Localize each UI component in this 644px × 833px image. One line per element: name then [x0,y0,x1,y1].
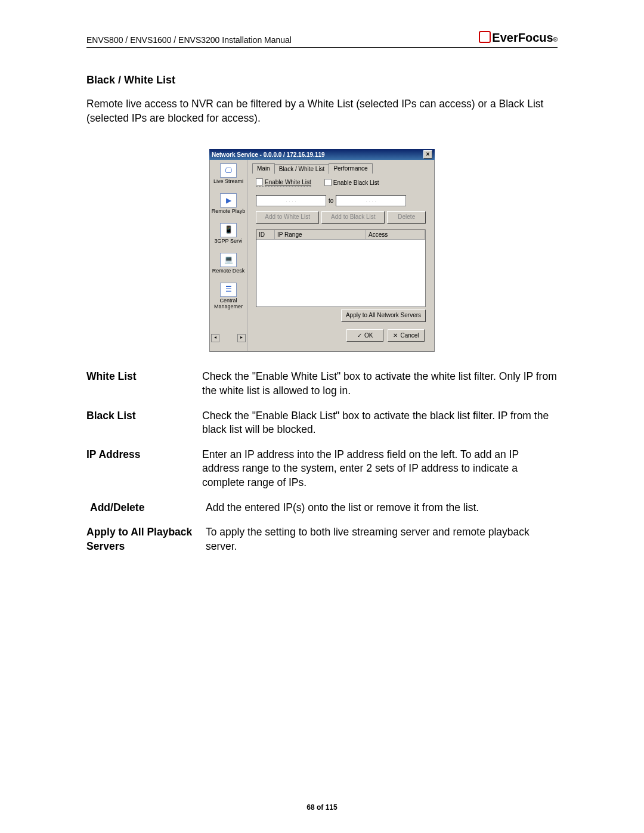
network-service-dialog: Network Service - 0.0.0.0 / 172.16.19.11… [209,149,435,352]
sidebar-item-label: Central Managemer [211,298,246,310]
definition-row: Add/Delete Add the entered IP(s) onto th… [86,501,558,515]
sidebar-item-remote-playback[interactable]: ▶ Remote Playb [211,193,246,215]
ip-list-table[interactable]: ID IP Range Access [256,230,426,307]
section-intro: Remote live access to NVR can be filtere… [86,97,558,125]
checkbox-icon [256,178,263,185]
sidebar-item-live-streaming[interactable]: 🖵 Live Streami [211,163,246,185]
scroll-right-icon[interactable]: ▸ [237,334,246,342]
ip-range-row: . . . . to . . . . [256,195,426,206]
brand-text: EverFocus [492,31,553,45]
enable-row: Enable White List Enable Black List [256,178,426,187]
definition-row: Black List Check the "Enable Black List"… [86,409,558,437]
cancel-button[interactable]: ✕ Cancel [388,329,425,342]
sidebar-item-3gpp[interactable]: 📱 3GPP Servi [211,223,246,244]
definitions-list: White List Check the "Enable White List"… [86,370,558,553]
add-delete-row: Add to White List Add to Black List Dele… [256,211,426,224]
remote-desktop-icon: 💻 [220,253,237,267]
to-label: to [329,197,333,204]
doc-title: ENVS800 / ENVS1600 / ENVS3200 Installati… [86,35,292,45]
definition-black-list: Check the "Enable Black List" box to act… [202,409,558,437]
sidebar-item-label: 3GPP Servi [211,239,246,244]
delete-button[interactable]: Delete [387,211,426,224]
sidebar-item-remote-desktop[interactable]: 💻 Remote Desk [211,253,246,274]
remote-playback-icon: ▶ [220,193,237,208]
sidebar-item-label: Live Streami [211,179,246,185]
term-black-list: Black List [86,409,202,437]
definition-row: Apply to All Playback Servers To apply t… [86,525,558,553]
live-streaming-icon: 🖵 [220,163,237,178]
brand-registered: ® [553,36,558,43]
col-access: Access [366,230,425,239]
enable-black-list-label: Enable Black List [333,179,379,186]
col-ip-range: IP Range [275,230,366,239]
enable-black-list-checkbox[interactable]: Enable Black List [324,178,379,187]
table-header: ID IP Range Access [256,230,425,240]
apply-all-button[interactable]: Apply to All Network Servers [341,309,426,322]
definition-add-delete: Add the entered IP(s) onto the list or r… [206,501,558,515]
central-management-icon: ☰ [220,283,237,297]
term-add-delete: Add/Delete [86,501,206,515]
x-icon: ✕ [393,330,398,340]
term-apply-all: Apply to All Playback Servers [86,525,206,553]
tab-panel-bwlist: Enable White List Enable Black List . . … [252,174,429,326]
close-icon[interactable]: × [423,150,432,159]
sidebar-item-central-management[interactable]: ☰ Central Managemer [211,283,246,310]
manual-page: ENVS800 / ENVS1600 / ENVS3200 Installati… [0,0,644,833]
checkbox-icon [324,179,332,186]
tab-strip: Main Black / White List Performance [252,163,429,174]
dialog-title: Network Service - 0.0.0.0 / 172.16.19.11… [212,151,325,158]
dialog-action-row: ✓ OK ✕ Cancel [252,326,429,346]
dialog-sidebar: 🖵 Live Streami ▶ Remote Playb 📱 3GPP Ser… [210,160,247,351]
tab-performance[interactable]: Performance [329,163,372,174]
dialog-body: 🖵 Live Streami ▶ Remote Playb 📱 3GPP Ser… [209,160,435,352]
add-to-white-list-button[interactable]: Add to White List [256,211,319,224]
dialog-right-pane: Main Black / White List Performance Enab… [247,160,434,351]
definition-white-list: Check the "Enable White List" box to act… [202,370,558,398]
term-white-list: White List [86,370,202,398]
3gpp-icon: 📱 [220,223,237,237]
enable-white-list-label: Enable White List [265,179,311,185]
definition-apply-all: To apply the setting to both live stream… [206,525,558,553]
dialog-titlebar[interactable]: Network Service - 0.0.0.0 / 172.16.19.11… [209,149,435,160]
page-header: ENVS800 / ENVS1600 / ENVS3200 Installati… [86,30,558,48]
col-id: ID [256,230,275,239]
tab-black-white-list[interactable]: Black / White List [274,164,330,174]
page-footer: 68 of 115 [0,803,644,812]
ok-button[interactable]: ✓ OK [346,329,383,342]
apply-row: Apply to All Network Servers [256,309,426,322]
sidebar-item-label: Remote Desk [211,268,246,274]
tab-main[interactable]: Main [252,163,275,174]
definition-row: IP Address Enter an IP address into the … [86,448,558,490]
add-to-black-list-button[interactable]: Add to Black List [321,211,385,224]
definition-row: White List Check the "Enable White List"… [86,370,558,398]
sidebar-scroll: ◂ ▸ [211,334,246,342]
definition-ip-address: Enter an IP address into the IP address … [202,448,558,490]
section-title: Black / White List [86,74,558,86]
brand-icon [479,31,491,43]
check-icon: ✓ [357,330,362,340]
scroll-left-icon[interactable]: ◂ [211,334,219,342]
term-ip-address: IP Address [86,448,202,490]
cancel-label: Cancel [400,330,419,340]
ip-to-input[interactable]: . . . . [336,195,406,206]
ip-from-input[interactable]: . . . . [256,195,326,206]
enable-white-list-checkbox[interactable]: Enable White List [256,178,311,187]
sidebar-item-label: Remote Playb [211,209,246,215]
ok-label: OK [364,330,373,340]
brand-logo: EverFocus ® [479,30,558,45]
